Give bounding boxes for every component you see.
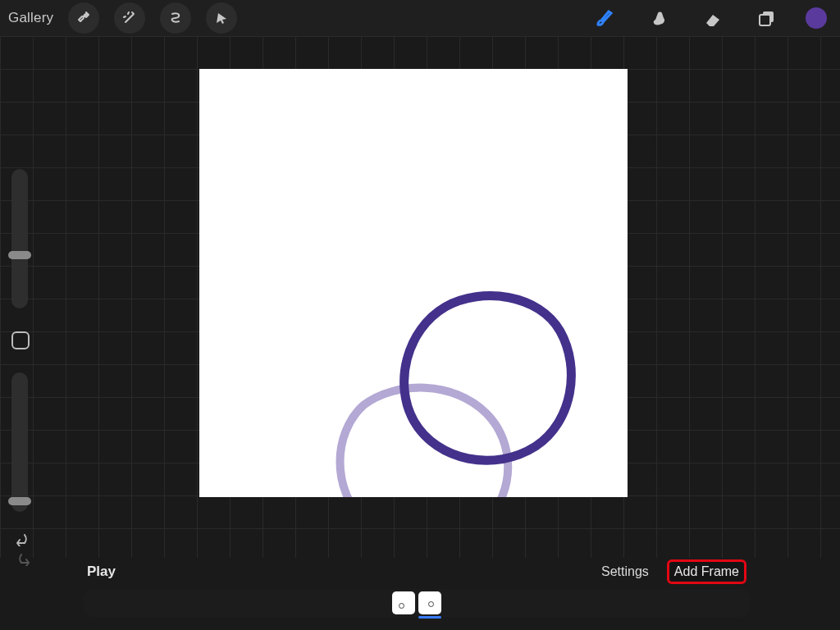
modify-button[interactable] [11, 331, 30, 349]
color-swatch[interactable] [806, 7, 827, 29]
transform-button[interactable] [206, 2, 237, 34]
frame-strip[interactable] [84, 589, 750, 617]
undo-button[interactable] [13, 532, 33, 546]
wand-icon [121, 10, 138, 26]
top-toolbar: Gallery [0, 0, 840, 36]
adjustments-button[interactable] [114, 2, 145, 34]
canvas-drawing [199, 69, 628, 497]
play-button[interactable]: Play [87, 564, 116, 580]
selection-icon [167, 10, 184, 26]
redo-button[interactable] [13, 551, 33, 566]
brush-size-thumb[interactable] [8, 251, 31, 259]
opacity-thumb[interactable] [8, 497, 31, 505]
canvas-stage [0, 36, 840, 558]
actions-button[interactable] [68, 2, 99, 34]
eraser-tool[interactable] [697, 2, 728, 34]
selection-button[interactable] [160, 2, 191, 34]
brush-icon [594, 7, 615, 29]
svg-rect-1 [760, 15, 770, 25]
canvas[interactable] [199, 69, 628, 497]
animation-timeline: Play Settings Add Frame [75, 558, 758, 620]
layers-button[interactable] [751, 2, 783, 34]
add-frame-button[interactable]: Add Frame [667, 559, 746, 584]
layers-icon [757, 8, 777, 28]
opacity-slider[interactable] [11, 372, 28, 512]
gallery-link[interactable]: Gallery [8, 10, 53, 26]
timeline-settings-button[interactable]: Settings [601, 564, 649, 579]
eraser-icon [703, 8, 723, 28]
brush-size-slider[interactable] [11, 169, 28, 308]
frame-thumb[interactable] [418, 591, 441, 614]
wrench-icon [75, 10, 92, 26]
brush-tool[interactable] [589, 2, 620, 34]
frame-thumb[interactable] [392, 591, 415, 614]
onion-skin-stroke [340, 388, 509, 497]
side-sliders [5, 169, 34, 596]
arrow-cursor-icon [213, 10, 230, 26]
foreground-stroke [404, 296, 572, 461]
smudge-tool[interactable] [643, 2, 674, 34]
smudge-icon [649, 8, 669, 28]
